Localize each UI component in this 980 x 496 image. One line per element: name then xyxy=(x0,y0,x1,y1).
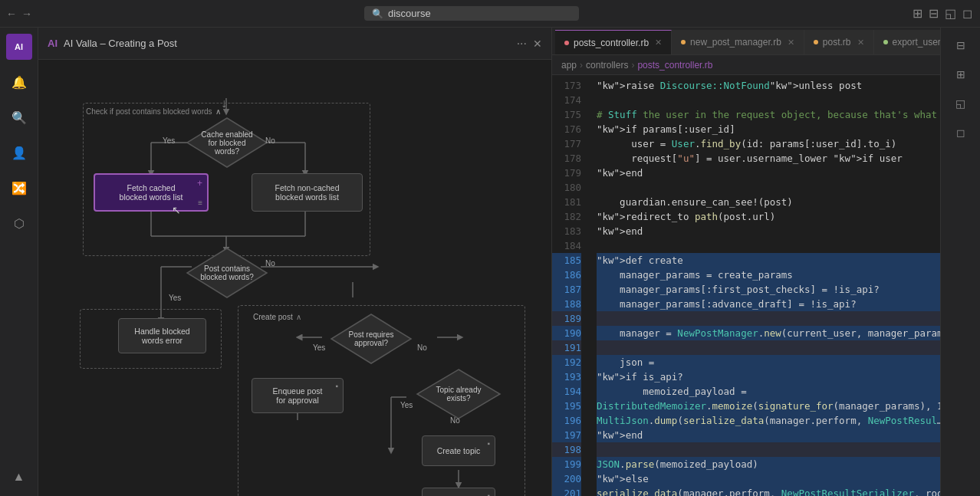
right-icon-3[interactable]: ◱ xyxy=(949,92,972,115)
post-contains-label: Post contains blocked words? xyxy=(196,264,258,281)
tab-label-post-rb: post.rb xyxy=(823,37,851,48)
top-bar-icons: ⊞ ⊟ ◱ ◻ xyxy=(905,6,980,21)
tab-new-post-manager[interactable]: new_post_manager.rb ✕ xyxy=(672,30,804,54)
ai-panel: AI AI Valla – Creating a Post ··· ✕ xyxy=(38,28,552,496)
sidebar-triangle-icon[interactable]: ▲ xyxy=(6,464,32,490)
code-content[interactable]: "kw">raise Discourse::NotFound "kw">unle… xyxy=(587,75,940,496)
search-text: discourse xyxy=(388,8,431,19)
ai-panel-close-button[interactable]: ✕ xyxy=(533,38,542,50)
breadcrumb-sep-2: › xyxy=(631,60,634,71)
right-icon-4[interactable]: ◻ xyxy=(949,121,972,144)
layout-icon-2[interactable]: ⊟ xyxy=(929,6,939,21)
forward-button[interactable]: → xyxy=(21,8,32,20)
tab-close-new-post-manager[interactable]: ✕ xyxy=(788,38,794,48)
tab-dot-ruby xyxy=(564,41,569,45)
line-numbers: 1731741751761771781791801811821831841851… xyxy=(552,75,587,496)
top-bar-navigation: ← → xyxy=(0,8,38,20)
tab-dot-orange-1 xyxy=(681,40,686,44)
breadcrumb-bar: app › controllers › posts_controller.rb xyxy=(552,55,940,75)
post-contains-node[interactable]: Post contains blocked words? xyxy=(186,247,268,299)
main-content: AI 🔔 🔍 👤 🔀 ⬡ ▲ AI AI Valla – Creating a … xyxy=(0,28,980,496)
sidebar-bell-icon[interactable]: 🔔 xyxy=(6,69,32,95)
tab-export-user[interactable]: export_user_arc xyxy=(874,30,941,54)
tab-close-posts-controller[interactable]: ✕ xyxy=(655,38,662,48)
code-panel: posts_controller.rb ✕ new_post_manager.r… xyxy=(552,28,940,496)
search-icon: 🔍 xyxy=(372,8,383,19)
ai-sidebar-icon[interactable]: AI xyxy=(6,34,32,60)
layout-icon-1[interactable]: ⊞ xyxy=(913,6,922,21)
sidebar-hexagon-icon[interactable]: ⬡ xyxy=(6,210,32,236)
tab-posts-controller[interactable]: posts_controller.rb ✕ xyxy=(555,30,672,54)
code-area: 1731741751761771781791801811821831841851… xyxy=(552,75,940,496)
top-bar: ← → 🔍 discourse ⊞ ⊟ ◱ ◻ xyxy=(0,0,980,28)
sidebar-search-icon[interactable]: 🔍 xyxy=(6,104,32,130)
diagram-area: Check if post contains blocked words ∧ ↓… xyxy=(38,60,551,496)
ai-panel-title: AI Valla – Creating a Post xyxy=(64,38,511,49)
sidebar-user-icon[interactable]: 👤 xyxy=(6,140,32,166)
ai-icon: AI xyxy=(48,38,58,49)
tab-dot-green xyxy=(883,40,888,44)
layout-icon-3[interactable]: ◱ xyxy=(945,6,956,21)
search-input-wrap[interactable]: 🔍 discourse xyxy=(364,6,579,21)
breadcrumb-sep-1: › xyxy=(580,60,583,71)
right-icon-2[interactable]: ⊞ xyxy=(949,63,972,86)
mouse-cursor: ↖ xyxy=(172,204,181,216)
handle-blocked-section xyxy=(80,309,222,369)
ai-panel-menu-button[interactable]: ··· xyxy=(517,37,527,51)
create-post-outer-section xyxy=(238,305,525,496)
tab-label-posts-controller: posts_controller.rb xyxy=(574,38,649,48)
search-bar: 🔍 discourse xyxy=(38,6,905,21)
yes-label-2: Yes xyxy=(169,294,181,302)
tab-dot-orange-2 xyxy=(814,40,818,44)
ai-panel-header: AI AI Valla – Creating a Post ··· ✕ xyxy=(38,28,551,60)
back-button[interactable]: ← xyxy=(6,8,17,20)
tabs-bar: posts_controller.rb ✕ new_post_manager.r… xyxy=(552,28,940,55)
right-icon-1[interactable]: ⊟ xyxy=(949,34,972,57)
sidebar-branch-icon[interactable]: 🔀 xyxy=(6,175,32,201)
breadcrumb-app: app xyxy=(561,60,577,71)
left-sidebar: AI 🔔 🔍 👤 🔀 ⬡ ▲ xyxy=(0,28,38,496)
tab-post-rb[interactable]: post.rb ✕ xyxy=(804,30,874,54)
breadcrumb-file: posts_controller.rb xyxy=(637,60,712,71)
no-label-2: No xyxy=(265,259,275,268)
right-sidebar: ⊟ ⊞ ◱ ◻ xyxy=(940,28,980,496)
tab-label-export-user: export_user_arc xyxy=(893,37,941,48)
tab-label-new-post-manager: new_post_manager.rb xyxy=(690,37,781,48)
blocked-words-section xyxy=(83,103,370,256)
breadcrumb-controllers: controllers xyxy=(586,60,628,71)
panel-area: AI AI Valla – Creating a Post ··· ✕ xyxy=(38,28,980,496)
layout-icon-4[interactable]: ◻ xyxy=(962,6,972,21)
tab-close-post-rb[interactable]: ✕ xyxy=(857,38,864,48)
